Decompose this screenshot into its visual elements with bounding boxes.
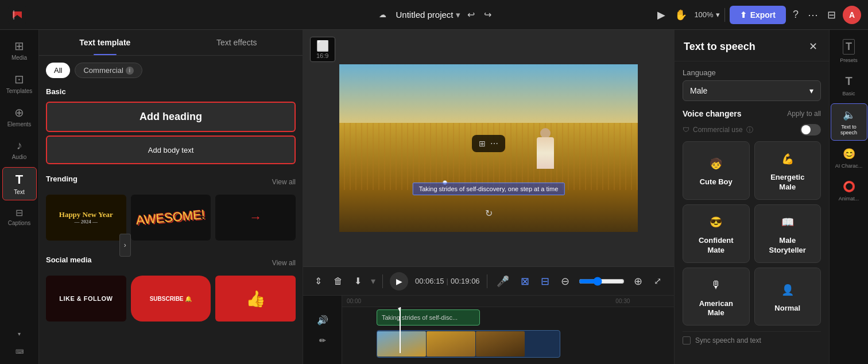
- normal-male-avatar: 👤: [777, 280, 798, 300]
- project-dropdown-icon[interactable]: ▾: [456, 10, 460, 20]
- right-panel-header: Text to speech ✕: [675, 30, 829, 61]
- copy-icon[interactable]: ⊞: [479, 139, 486, 148]
- sidebar-item-elements[interactable]: ⊕ Elements: [2, 101, 37, 132]
- voice-card-male-storyteller[interactable]: 📖 Male Storyteller: [754, 204, 822, 263]
- more-options-button[interactable]: ⋯: [805, 6, 820, 24]
- more-icon[interactable]: ⋯: [490, 139, 498, 148]
- fr-item-text-to-speech[interactable]: 🔈 Text to speech: [831, 103, 867, 141]
- basic-items: Add heading Add body text: [46, 102, 296, 164]
- export-button[interactable]: ⬆ Export: [730, 6, 786, 24]
- sidebar-item-captions[interactable]: ⊟ Captions: [2, 203, 37, 231]
- sync-checkbox[interactable]: [683, 336, 691, 344]
- voice-card-normal-male[interactable]: 👤 Normal: [754, 268, 822, 326]
- hand-tool-button[interactable]: ✋: [672, 6, 689, 24]
- video-clip[interactable]: [377, 330, 560, 358]
- sidebar-item-collapse[interactable]: ▾: [2, 326, 37, 342]
- tab-text-template[interactable]: Text template: [39, 30, 171, 55]
- cursor-head: ▼: [397, 306, 402, 312]
- text-to-speech-fr-label: Text to speech: [834, 124, 865, 135]
- canvas-scene: ⊞ ⋯ Taking strides of self-discovery, on…: [339, 64, 638, 232]
- sidebar-item-media[interactable]: ⊞ Media: [2, 34, 37, 65]
- american-male-avatar: 🎙: [706, 275, 726, 296]
- refresh-icon[interactable]: ↻: [485, 208, 493, 219]
- add-heading-item[interactable]: Add heading: [46, 102, 296, 132]
- sidebar-item-text[interactable]: T Text: [2, 167, 37, 200]
- voice-card-cute-boy[interactable]: 🧒 Cute Boy: [683, 141, 750, 200]
- resize-button[interactable]: ⇕: [312, 273, 324, 289]
- animate-icon: ⭕: [843, 180, 855, 193]
- close-panel-button[interactable]: ✕: [807, 38, 820, 55]
- commercial-use-row: 🛡 Commercial use ⓘ: [683, 124, 821, 135]
- timeline-edit-button[interactable]: ✏: [317, 334, 328, 347]
- trending-item-red-arrow[interactable]: →: [215, 195, 296, 241]
- voice-card-american-male[interactable]: 🎙 American Male: [683, 268, 750, 326]
- trending-item-awesome[interactable]: AWESOME!: [131, 195, 211, 241]
- ruler-mark-0: 00:00: [347, 298, 401, 304]
- align-button[interactable]: ⊟: [538, 273, 552, 290]
- layout-button[interactable]: ⊟: [825, 6, 838, 24]
- play-button[interactable]: ▶: [390, 272, 408, 291]
- user-avatar[interactable]: A: [843, 6, 861, 24]
- fullscreen-button[interactable]: ⤢: [652, 273, 664, 289]
- text-clip[interactable]: Taking strides of self-disc...: [377, 309, 480, 326]
- play-mode-button[interactable]: ▶: [655, 6, 668, 24]
- zoom-in-button[interactable]: ⊕: [631, 273, 645, 290]
- microphone-button[interactable]: 🎤: [494, 273, 512, 290]
- split-button[interactable]: ⊠: [518, 273, 532, 290]
- timeline: 🔊 ✏ 00:00 00:30: [303, 295, 674, 364]
- timeline-main: 00:00 00:30 ▼: [342, 296, 674, 364]
- topbar-left: [7, 5, 32, 25]
- energetic-male-name: Energetic Male: [762, 173, 814, 192]
- chevron-down-icon[interactable]: ▾: [371, 276, 375, 286]
- social-header: Social media View all: [46, 255, 296, 270]
- filter-commercial-button[interactable]: Commercial i: [75, 63, 142, 78]
- canvas-text-overlay[interactable]: Taking strides of self-discovery, one st…: [413, 183, 565, 195]
- fr-item-presets[interactable]: T Presets: [831, 34, 867, 68]
- american-male-name: American Male: [690, 299, 742, 319]
- timeline-audio-button[interactable]: 🔊: [315, 312, 331, 328]
- zoom-dropdown-icon[interactable]: ▾: [716, 10, 720, 19]
- timeline-sidebar: 🔊 ✏: [303, 296, 342, 364]
- language-value: Male: [690, 86, 707, 95]
- language-select[interactable]: Male ▾: [683, 80, 821, 101]
- info-icon: i: [126, 67, 134, 75]
- sidebar-label-captions: Captions: [8, 220, 30, 226]
- trending-next-button[interactable]: ›: [119, 234, 131, 257]
- trending-item-hny[interactable]: Happy New Year — 2024 —: [46, 195, 126, 241]
- delete-button[interactable]: 🗑: [331, 274, 345, 289]
- trending-view-all[interactable]: View all: [272, 178, 296, 186]
- fr-item-basic[interactable]: T Basic: [831, 70, 867, 101]
- social-item-like-follow[interactable]: LIKE & FOLLOW: [46, 276, 126, 322]
- zoom-slider[interactable]: [579, 277, 625, 286]
- right-panel-title: Text to speech: [684, 41, 755, 53]
- social-item-thumbs-up[interactable]: 👍: [215, 276, 296, 322]
- commercial-toggle[interactable]: [800, 124, 821, 135]
- fr-item-animate[interactable]: ⭕ Animat...: [831, 176, 867, 206]
- text-to-speech-panel: Text to speech ✕ Language Male ▾ Voice c…: [674, 30, 829, 364]
- sidebar-item-audio[interactable]: ♪ Audio: [2, 134, 37, 165]
- social-item-subscribe[interactable]: SUBSCRIBE 🔔: [131, 276, 211, 322]
- zoom-out-button[interactable]: ⊖: [559, 273, 572, 290]
- undo-button[interactable]: ↩: [465, 7, 477, 22]
- timeline-ruler: 00:00 00:30: [342, 296, 674, 307]
- download-button[interactable]: ⬇: [352, 273, 364, 289]
- confident-mate-name: Confident Mate: [690, 236, 742, 255]
- add-body-item[interactable]: Add body text: [46, 135, 296, 164]
- voice-card-confident-mate[interactable]: 😎 Confident Mate: [683, 204, 750, 263]
- help-button[interactable]: ?: [790, 6, 801, 23]
- sidebar-item-templates[interactable]: ⊡ Templates: [2, 68, 37, 99]
- aspect-ratio-label: 16:9: [316, 52, 329, 59]
- social-view-all[interactable]: View all: [272, 259, 296, 267]
- ruler-mark-4: [562, 298, 616, 304]
- voice-card-energetic-male[interactable]: 💪 Energetic Male: [754, 141, 822, 200]
- main-area: ⊞ Media ⊡ Templates ⊕ Elements ♪ Audio T…: [0, 30, 868, 364]
- cloud-save-button[interactable]: ☁: [374, 8, 391, 21]
- filter-all-button[interactable]: All: [46, 63, 70, 78]
- redo-button[interactable]: ↪: [482, 7, 494, 22]
- tab-text-effects[interactable]: Text effects: [171, 30, 303, 55]
- text-panel: Text template Text effects All Commercia…: [39, 30, 303, 364]
- fr-item-ai-charac[interactable]: 😊 AI Charac...: [831, 143, 867, 173]
- apply-all-link[interactable]: Apply to all: [787, 110, 821, 118]
- export-label: Export: [750, 10, 776, 20]
- sidebar-item-keyboard[interactable]: ⌨: [2, 344, 37, 359]
